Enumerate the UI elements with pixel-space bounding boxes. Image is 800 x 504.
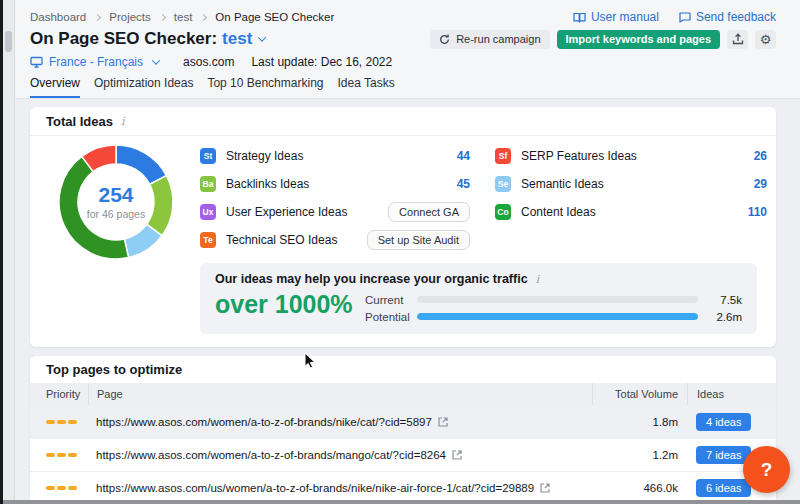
technical-label: Technical SEO Ideas	[226, 233, 337, 247]
ideas-count-button[interactable]: 6 ideas	[696, 479, 751, 497]
help-button[interactable]: ?	[743, 446, 790, 493]
user-manual-link[interactable]: User manual	[573, 10, 659, 24]
total-ideas-title: Total Ideas	[46, 114, 113, 129]
list-item-content: Co Content Ideas 110	[495, 198, 767, 226]
potential-bar	[417, 313, 698, 320]
external-link-icon[interactable]	[452, 450, 462, 460]
external-link-icon[interactable]	[438, 417, 448, 427]
current-bar	[417, 296, 698, 303]
campaign-name: test	[222, 29, 252, 49]
traffic-bars: Current 7.5k Potential 2.6m	[365, 289, 742, 325]
semantic-badge-icon: Se	[495, 176, 511, 192]
rerun-campaign-label: Re-run campaign	[456, 33, 540, 45]
total-volume-value: 1.2m	[592, 449, 687, 461]
question-mark-icon: ?	[761, 459, 773, 481]
ux-label: User Experience Ideas	[226, 205, 347, 219]
chevron-right-icon	[200, 13, 207, 20]
user-manual-label: User manual	[591, 10, 659, 24]
content-badge-icon: Co	[495, 204, 511, 220]
list-item-serp-features: Sf SERP Features Ideas 26	[495, 142, 767, 170]
total-ideas-donut-chart: 254 for 46 pages	[56, 142, 176, 262]
current-value: 7.5k	[708, 294, 742, 306]
breadcrumb-test[interactable]: test	[174, 11, 193, 23]
chevron-down-icon	[152, 56, 160, 64]
import-keywords-label: Import keywords and pages	[566, 33, 711, 45]
current-label: Current	[365, 294, 417, 306]
semantic-count[interactable]: 29	[754, 177, 767, 191]
chevron-right-icon	[159, 13, 166, 20]
page-title: On Page SEO Checker:	[30, 29, 217, 49]
tab-optimization-ideas[interactable]: Optimization Ideas	[94, 76, 193, 98]
setup-site-audit-button[interactable]: Set up Site Audit	[367, 230, 470, 250]
monitor-icon	[30, 56, 43, 68]
window-bottom-edge	[3, 500, 800, 504]
page-url-link[interactable]: https://www.asos.com/us/women/a-to-z-of-…	[96, 482, 534, 494]
page-url-link[interactable]: https://www.asos.com/women/a-to-z-of-bra…	[96, 449, 446, 461]
serp-badge-icon: Sf	[495, 148, 511, 164]
breadcrumb-dashboard[interactable]: Dashboard	[30, 11, 86, 23]
ideas-list-left: St Strategy Ideas 44 Ba Backlinks Ideas …	[200, 142, 470, 254]
potential-traffic-row: Potential 2.6m	[365, 308, 742, 325]
locale-selector[interactable]: France - Français	[30, 55, 159, 69]
breadcrumb: Dashboard Projects test On Page SEO Chec…	[30, 10, 776, 24]
scrollbar-thumb[interactable]	[5, 31, 12, 52]
column-priority: Priority	[30, 383, 88, 405]
breadcrumb-projects[interactable]: Projects	[109, 11, 151, 23]
table-row: https://www.asos.com/women/a-to-z-of-bra…	[30, 438, 776, 471]
total-volume-value: 466.0k	[592, 482, 687, 494]
info-icon[interactable]: i	[121, 115, 125, 128]
column-total-volume: Total Volume	[592, 383, 687, 405]
rerun-campaign-button[interactable]: Re-run campaign	[430, 30, 549, 49]
table-row: https://www.asos.com/women/a-to-z-of-bra…	[30, 405, 776, 438]
send-feedback-link[interactable]: Send feedback	[679, 10, 776, 24]
priority-indicator	[30, 486, 88, 490]
window-scrollbar[interactable]	[0, 0, 15, 504]
backlinks-label: Backlinks Ideas	[226, 177, 309, 191]
chevron-right-icon	[94, 13, 101, 20]
strategy-label: Strategy Ideas	[226, 149, 303, 163]
content-label: Content Ideas	[521, 205, 596, 219]
content-count[interactable]: 110	[748, 205, 767, 219]
ideas-count-button[interactable]: 4 ideas	[696, 413, 751, 431]
window-edge	[0, 0, 3, 504]
total-volume-value: 1.8m	[592, 416, 687, 428]
chevron-down-icon	[258, 33, 266, 41]
list-item-strategy: St Strategy Ideas 44	[200, 142, 470, 170]
serp-label: SERP Features Ideas	[521, 149, 637, 163]
traffic-title: Our ideas may help you increase your org…	[215, 272, 528, 286]
organic-traffic-panel: Our ideas may help you increase your org…	[200, 263, 757, 334]
tabs: Overview Optimization Ideas Top 10 Bench…	[30, 76, 776, 98]
potential-label: Potential	[365, 311, 417, 323]
import-keywords-button[interactable]: Import keywords and pages	[557, 30, 720, 49]
column-page: Page	[88, 383, 592, 405]
export-button[interactable]	[727, 30, 748, 49]
campaign-selector[interactable]: test	[222, 29, 265, 49]
ux-badge-icon: Ux	[200, 204, 216, 220]
gear-icon: ⚙	[760, 33, 772, 46]
tab-overview[interactable]: Overview	[30, 76, 80, 98]
strategy-count[interactable]: 44	[457, 149, 470, 163]
info-icon[interactable]: i	[536, 273, 540, 286]
book-icon	[573, 12, 586, 23]
backlinks-badge-icon: Ba	[200, 176, 216, 192]
tab-idea-tasks[interactable]: Idea Tasks	[337, 76, 394, 98]
tab-top10-benchmarking[interactable]: Top 10 Benchmarking	[207, 76, 323, 98]
page-url-link[interactable]: https://www.asos.com/women/a-to-z-of-bra…	[96, 416, 432, 428]
locale-label: France - Français	[49, 55, 143, 69]
traffic-highlight: over 1000%	[215, 289, 365, 325]
feedback-bubble-icon	[679, 12, 691, 23]
top-pages-title: Top pages to optimize	[46, 362, 182, 377]
backlinks-count[interactable]: 45	[457, 177, 470, 191]
potential-value: 2.6m	[708, 311, 742, 323]
campaign-domain: asos.com	[183, 55, 234, 69]
settings-button[interactable]: ⚙	[755, 30, 776, 49]
send-feedback-label: Send feedback	[696, 10, 776, 24]
current-traffic-row: Current 7.5k	[365, 291, 742, 308]
strategy-badge-icon: St	[200, 148, 216, 164]
connect-ga-button[interactable]: Connect GA	[388, 202, 470, 222]
table-header: Priority Page Total Volume Ideas	[30, 383, 776, 405]
priority-indicator	[30, 453, 88, 457]
external-link-icon[interactable]	[540, 483, 550, 493]
list-item-backlinks: Ba Backlinks Ideas 45	[200, 170, 470, 198]
serp-count[interactable]: 26	[754, 149, 767, 163]
